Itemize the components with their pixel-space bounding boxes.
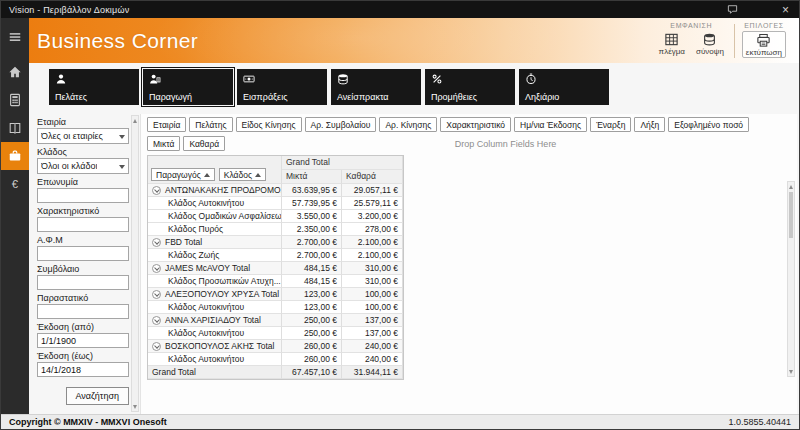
afm-input[interactable] — [37, 246, 129, 261]
pivot-value-cell: 123,00 € — [282, 301, 342, 314]
pivot-row-label[interactable]: ΑΝΝΑ ΧΑΡΙΣΙΑΔΟΥ Total — [148, 314, 282, 327]
ekdosi-apo-input[interactable] — [37, 333, 129, 348]
collapse-icon[interactable] — [152, 290, 161, 299]
ribbon-button-label: εκτύπωση — [746, 48, 782, 57]
row-field-paragogos[interactable]: Παραγωγός — [151, 168, 215, 181]
pivot-row-label[interactable]: JAMES McAVOY Total — [148, 262, 282, 275]
scroll-up-icon[interactable] — [132, 116, 138, 125]
pivot-row-label[interactable]: ΑΛΕΞΟΠΟΥΛΟΥ ΧΡΥΣΑ Total — [148, 288, 282, 301]
scroll-up-icon[interactable] — [788, 182, 794, 191]
close-icon[interactable]: × — [782, 5, 789, 15]
sidebar-item-ledger[interactable] — [1, 114, 29, 142]
collapse-icon[interactable] — [152, 186, 161, 195]
grand-total-column-header: Grand Total — [282, 156, 403, 170]
database-icon — [337, 73, 415, 85]
scroll-down-icon[interactable] — [788, 367, 794, 376]
pivot-value-cell: 100,00 € — [342, 301, 403, 314]
sidebar-item-portfolio[interactable] — [1, 142, 29, 170]
sidebar-item-calculator[interactable] — [1, 86, 29, 114]
tab-aneisprakta[interactable]: Ανείσπρακτα — [331, 69, 421, 105]
tab-label: Ανείσπρακτα — [337, 92, 415, 102]
scrollbar-track[interactable] — [788, 191, 794, 367]
collapse-icon[interactable] — [152, 238, 161, 247]
column-field-chip[interactable]: Πελάτης — [189, 117, 232, 132]
tab-lixiario[interactable]: Ληξιάριο — [519, 69, 609, 105]
pivot-value-cell: 31.944,11 € — [342, 366, 403, 379]
filter-field-klados: ΚλάδοςΌλοι οι κλάδοι — [37, 145, 129, 174]
value-header-mikta[interactable]: Μικτά — [282, 170, 342, 184]
titlebar: Vision - Περιβάλλον Δοκιμών × — [1, 1, 799, 18]
scrollbar-thumb[interactable] — [789, 192, 793, 238]
filters-scrollbar[interactable] — [131, 115, 139, 412]
ekdosi-eos-input[interactable] — [37, 362, 129, 377]
symbolaio-input[interactable] — [37, 275, 129, 290]
column-field-chip[interactable]: Είδος Κίνησης — [236, 117, 302, 132]
percent-icon — [431, 73, 509, 85]
pivot-value-cell: 484,15 € — [282, 262, 342, 275]
column-field-chip[interactable]: Ημ/νια Έκδοσης — [514, 117, 587, 132]
field-label: Έκδοση (έως) — [37, 351, 129, 361]
collapse-icon[interactable] — [152, 316, 161, 325]
summary-icon — [702, 32, 717, 47]
ektyposi-button[interactable]: εκτύπωση — [742, 31, 786, 58]
menu-icon — [8, 30, 22, 44]
column-field-chip[interactable]: Εξοφλημένο ποσό — [668, 117, 749, 132]
pivot-value-cell: 2.700,00 € — [282, 236, 342, 249]
column-field-chip[interactable]: Αρ. Κίνησης — [379, 117, 437, 132]
pivot-row-label[interactable]: ΒΟΣΚΟΠΟΥΛΟΣ ΑΚΗΣ Total — [148, 340, 282, 353]
value-header-kathara[interactable]: Καθαρά — [342, 170, 403, 184]
pivot-row-label: Κλάδος Προσωπικών Ατυχη... — [148, 275, 282, 288]
data-field-chip[interactable]: Καθαρά — [183, 136, 225, 151]
search-button[interactable]: Αναζήτηση — [66, 387, 129, 405]
sidebar-item-finance[interactable]: € — [1, 170, 29, 198]
filter-field-ekdosi-eos: Έκδοση (έως) — [37, 349, 129, 377]
pivot-scrollbar[interactable] — [787, 181, 795, 377]
selected-value: Όλες οι εταιρίες — [41, 131, 103, 141]
parastatiko-input[interactable] — [37, 304, 129, 319]
tab-promitheies[interactable]: Προμήθειες — [425, 69, 515, 105]
pivot-value-cell: 250,00 € — [282, 314, 342, 327]
feedback-icon[interactable] — [727, 4, 738, 15]
eponymia-input[interactable] — [37, 188, 129, 203]
pivot-value-cell: 137,00 € — [342, 314, 403, 327]
column-field-chip[interactable]: Αρ. Συμβολαίου — [305, 117, 377, 132]
scrollbar-track[interactable] — [132, 125, 138, 402]
app-header: Business Corner ΕΜΦΑΝΙΣΗπλέγμασύνοψηΕΠΙΛ… — [29, 18, 799, 63]
pivot-value-cell: 3.200,00 € — [342, 210, 403, 223]
xaraktiristiko-input[interactable] — [37, 217, 129, 232]
row-field-klados[interactable]: Κλάδος — [219, 168, 266, 181]
tab-pelates[interactable]: Πελάτες — [49, 69, 139, 105]
scroll-down-icon[interactable] — [132, 402, 138, 411]
column-field-chip[interactable]: Έναρξη — [590, 117, 631, 132]
pivot-value-cell: 240,00 € — [342, 340, 403, 353]
etairia-select[interactable]: Όλες οι εταιρίες — [37, 128, 129, 144]
column-field-chip[interactable]: Χαρακτηριστικό — [440, 117, 511, 132]
tab-paragogi[interactable]: Παραγωγή — [143, 69, 233, 105]
pivot-row-label[interactable]: FBD Total — [148, 236, 282, 249]
collapse-icon[interactable] — [152, 264, 161, 273]
user-doc-icon — [149, 73, 227, 85]
synopsi-button[interactable]: σύνοψη — [693, 31, 727, 56]
pivot-value-cell: 2.350,00 € — [282, 223, 342, 236]
pivot-row-label[interactable]: ΑΝΤΩΝΑΚΑΚΗΣ ΠΡΟΔΡΟΜΟΣ Total — [148, 184, 282, 197]
sidebar-item-menu[interactable] — [1, 23, 29, 51]
tab-eispraxeis[interactable]: Εισπράξεις — [237, 69, 327, 105]
klados-select[interactable]: Όλοι οι κλάδοι — [37, 158, 129, 174]
calculator-icon — [8, 93, 22, 107]
pivot-value-cell: 240,00 € — [342, 353, 403, 366]
chevron-down-icon — [119, 135, 125, 139]
pivot-value-cell: 278,00 € — [342, 223, 403, 236]
app-window: Vision - Περιβάλλον Δοκιμών × € Business… — [0, 0, 800, 430]
column-field-chip[interactable]: Λήξη — [634, 117, 665, 132]
field-label: Εταιρία — [37, 117, 129, 127]
collapse-icon[interactable] — [152, 342, 161, 351]
sidebar-item-home[interactable] — [1, 58, 29, 86]
row-label-text: ΑΝΤΩΝΑΚΑΚΗΣ ΠΡΟΔΡΟΜΟΣ Total — [165, 184, 282, 196]
field-label: Κλάδος — [224, 169, 252, 181]
filter-field-ekdosi-apo: Έκδοση (από) — [37, 320, 129, 348]
column-field-chip[interactable]: Εταιρία — [147, 117, 186, 132]
plegma-button[interactable]: πλέγμα — [656, 31, 688, 56]
field-label: Συμβόλαιο — [37, 264, 129, 274]
data-field-chip[interactable]: Μικτά — [147, 136, 180, 151]
pivot-value-cell: 310,00 € — [342, 275, 403, 288]
